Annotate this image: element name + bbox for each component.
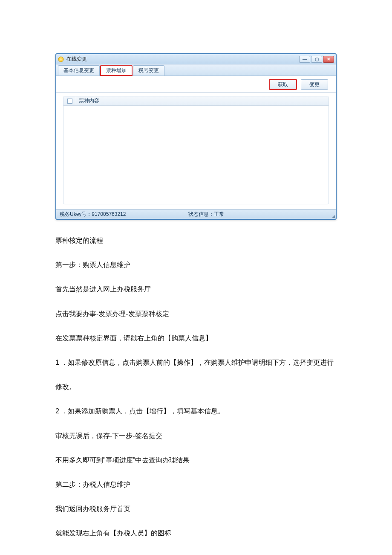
paragraph: 票种核定的流程 (55, 235, 337, 246)
paragraph: 我们返回办税服务厅首页 (55, 503, 337, 514)
paragraph: 第一步：购票人信息维护 (55, 259, 337, 270)
tab-ticket-type-add[interactable]: 票种增加 (101, 65, 132, 76)
document-body: 票种核定的流程 第一步：购票人信息维护 首先当然是进入网上办税服务厅 点击我要办… (55, 235, 337, 539)
app-icon (58, 56, 64, 62)
minimize-button[interactable]: — (299, 56, 310, 63)
select-all-column[interactable] (63, 96, 76, 105)
tab-label: 税号变更 (138, 67, 159, 73)
paragraph: 修改。 (55, 381, 337, 392)
column-ticket-content: 票种内容 (76, 97, 99, 105)
checkbox-icon (67, 99, 72, 104)
paragraph: 第二步：办税人信息维护 (55, 479, 337, 490)
change-button[interactable]: 变更 (301, 79, 328, 90)
maximize-button[interactable]: ▢ (311, 56, 322, 63)
status-info-label: 状态信息： (188, 211, 214, 217)
window-controls: — ▢ ✕ (299, 56, 334, 63)
paragraph: 点击我要办事-发票办理-发票票种核定 (55, 308, 337, 320)
status-info: 状态信息：正常 (185, 211, 330, 218)
status-ukey-label: 税务Ukey号： (60, 211, 92, 217)
toolbar: 获取 变更 (56, 76, 336, 93)
status-bar: 税务Ukey号：917005763212 状态信息：正常 ◢ (56, 209, 336, 219)
status-ukey-value: 917005763212 (92, 211, 126, 217)
window-title: 在线变更 (66, 55, 87, 63)
status-ukey: 税务Ukey号：917005763212 (56, 211, 185, 218)
status-info-value: 正常 (214, 211, 224, 217)
table-header-row: 票种内容 (63, 96, 329, 106)
resize-grip-icon[interactable]: ◢ (330, 210, 336, 219)
tab-basic-info-change[interactable]: 基本信息变更 (58, 65, 100, 76)
tab-label: 票种增加 (106, 67, 127, 73)
title-bar: 在线变更 — ▢ ✕ (56, 54, 336, 64)
paragraph: 1 ．如果修改原信息，点击购票人前的【操作】，在购票人维护申请明细下方，选择变更… (55, 357, 337, 368)
app-window: 在线变更 — ▢ ✕ 基本信息变更 票种增加 税号变更 获取 变更 (55, 53, 337, 220)
tab-label: 基本信息变更 (63, 67, 94, 73)
tab-strip: 基本信息变更 票种增加 税号变更 (56, 64, 336, 76)
ticket-type-table: 票种内容 (63, 96, 329, 204)
paragraph: 在发票票种核定界面，请戳右上角的【购票人信息】 (55, 332, 337, 344)
close-button[interactable]: ✕ (323, 56, 334, 63)
tab-tax-number-change[interactable]: 税号变更 (133, 65, 164, 76)
paragraph: 不用多久即可到"事项进度"中去查询办理结果 (55, 454, 337, 466)
fetch-button[interactable]: 获取 (269, 79, 297, 90)
content-area: 票种内容 (56, 93, 336, 209)
paragraph: 2 ．如果添加新购票人，点击【增行】，填写基本信息。 (55, 405, 337, 417)
paragraph: 首先当然是进入网上办税服务厅 (55, 283, 337, 295)
paragraph: 就能发现右上角有【办税人员】的图标 (55, 527, 337, 539)
paragraph: 审核无误后，保存-下一步-签名提交 (55, 430, 337, 442)
